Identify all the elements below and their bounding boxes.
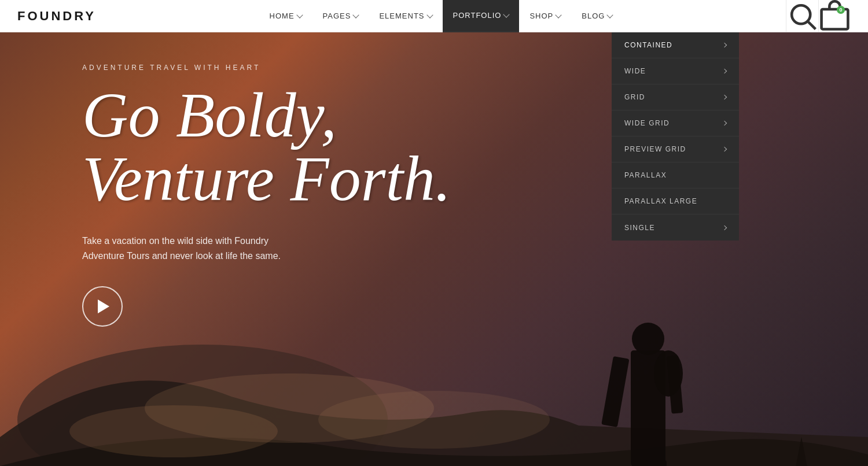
hero-description: Take a vacation on the wild side with Fo… — [82, 234, 314, 263]
chevron-down-icon — [426, 12, 433, 18]
chevron-right-icon — [722, 121, 727, 125]
search-button[interactable] — [786, 0, 818, 32]
cart-badge: 0 — [837, 6, 845, 14]
dropdown-item-grid[interactable]: GRID — [612, 84, 739, 110]
search-icon — [786, 0, 818, 32]
play-button[interactable] — [82, 286, 123, 327]
hero-title-line2: Venture Forth. — [82, 147, 451, 210]
dropdown-item-preview-grid[interactable]: PREVIEW GRID — [612, 136, 739, 162]
svg-point-4 — [69, 405, 278, 457]
chevron-right-icon — [722, 43, 727, 47]
chevron-down-icon — [607, 12, 613, 18]
nav-right-icons: 0 — [786, 0, 851, 32]
svg-point-6 — [632, 323, 664, 355]
chevron-right-icon — [722, 69, 727, 73]
cart-icon — [819, 0, 851, 32]
svg-point-3 — [318, 391, 550, 449]
chevron-down-icon — [503, 11, 510, 17]
chevron-down-icon — [353, 12, 359, 18]
navbar: FOUNDRY HOME PAGES ELEMENTS PORTFOLIO SH… — [0, 0, 868, 32]
hero-title-line1: Go Boldy, — [82, 83, 451, 147]
nav-item-elements[interactable]: ELEMENTS — [369, 0, 442, 32]
svg-point-12 — [792, 5, 810, 24]
nav-item-home[interactable]: HOME — [259, 0, 312, 32]
nav-item-portfolio[interactable]: PORTFOLIO — [443, 0, 520, 32]
svg-rect-9 — [650, 460, 667, 466]
chevron-down-icon — [556, 12, 562, 18]
play-icon — [98, 299, 109, 313]
portfolio-dropdown: CONTAINED WIDE GRID WIDE GRID PREVIEW GR… — [612, 32, 739, 241]
chevron-right-icon — [722, 147, 727, 151]
nav-menu: HOME PAGES ELEMENTS PORTFOLIO SHOP BLOG — [259, 0, 623, 32]
dropdown-item-wide[interactable]: WIDE — [612, 58, 739, 84]
nav-item-pages[interactable]: PAGES — [312, 0, 369, 32]
hero-tagline: ADVENTURE TRAVEL WITH HEART — [82, 64, 451, 72]
chevron-right-icon — [722, 225, 727, 230]
dropdown-item-parallax-large[interactable]: PARALLAX LARGE — [612, 188, 739, 214]
nav-item-shop[interactable]: SHOP — [519, 0, 571, 32]
svg-rect-10 — [601, 356, 629, 427]
hero-content: ADVENTURE TRAVEL WITH HEART Go Boldy, Ve… — [82, 64, 451, 327]
dropdown-item-parallax[interactable]: PARALLAX — [612, 162, 739, 188]
cart-button[interactable]: 0 — [818, 0, 851, 32]
dropdown-item-contained[interactable]: CONTAINED — [612, 32, 739, 58]
nav-item-blog[interactable]: BLOG — [571, 0, 623, 32]
svg-line-13 — [808, 22, 816, 29]
chevron-down-icon — [296, 12, 303, 18]
dropdown-item-single[interactable]: SINGLE — [612, 214, 739, 241]
chevron-right-icon — [722, 95, 727, 99]
hero-title: Go Boldy, Venture Forth. — [82, 83, 451, 210]
svg-rect-8 — [632, 460, 648, 466]
dropdown-item-wide-grid[interactable]: WIDE GRID — [612, 110, 739, 136]
site-logo[interactable]: FOUNDRY — [17, 9, 96, 24]
